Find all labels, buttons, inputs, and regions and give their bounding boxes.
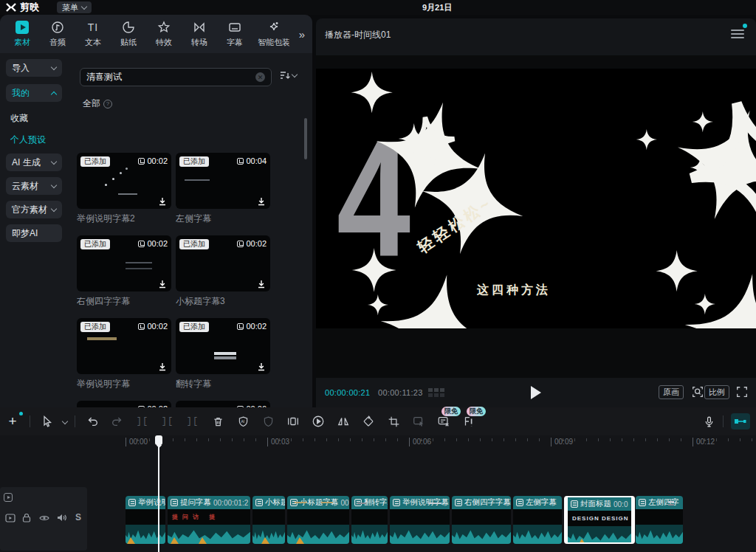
tab-effects[interactable]: 特效 <box>146 20 182 48</box>
sidebar-item-cloud-assets[interactable]: 云素材 <box>6 177 62 195</box>
redo-button[interactable] <box>109 413 126 429</box>
clear-search-icon[interactable]: ✕ <box>255 72 265 82</box>
play-button[interactable] <box>531 386 541 399</box>
tab-label: 素材 <box>14 37 30 48</box>
timeline-snapping-button[interactable] <box>731 413 750 429</box>
tab-sticker[interactable]: 贴纸 <box>111 20 146 48</box>
ai-mask-button[interactable]: AI <box>235 413 251 429</box>
video-zone: 4 轻轻松松~ 这四种方法 <box>316 55 756 378</box>
mask-button[interactable] <box>260 413 276 429</box>
record-voiceover-button[interactable] <box>701 413 717 429</box>
tab-captions[interactable]: 字幕 <box>217 20 252 48</box>
timeline-clip[interactable]: 举例说明字幕 <box>390 496 450 544</box>
sidebar-item-ai-generate[interactable]: AI 生成 <box>6 153 62 171</box>
asset-thumbnail[interactable]: 已添加 00:02 <box>176 318 270 374</box>
preview-play-button[interactable] <box>310 413 326 429</box>
added-badge: 已添加 <box>80 322 110 332</box>
smart-captions-button[interactable]: 限免 <box>436 413 452 429</box>
tab-smart-package[interactable]: 智能包装 <box>252 20 295 48</box>
download-icon[interactable] <box>158 280 167 289</box>
zoom-focus-icon[interactable] <box>691 385 704 399</box>
text-icon: TI <box>88 20 98 35</box>
asset-name: 小标题字幕3 <box>176 295 270 308</box>
ruler-ticks <box>126 438 756 441</box>
undo-button[interactable] <box>84 413 100 429</box>
timeline-clip[interactable]: 举例说明字幕 <box>126 496 165 544</box>
asset-name: 翻转字幕 <box>176 378 270 390</box>
video-preview[interactable]: 4 轻轻松松~ 这四种方法 <box>316 69 756 328</box>
added-badge: 已添加 <box>179 156 209 167</box>
fullscreen-icon[interactable] <box>735 385 749 399</box>
add-media-button[interactable]: + <box>4 413 21 429</box>
sidebar-item-mine[interactable]: 我的 <box>6 84 62 102</box>
asset-thumbnail[interactable]: 已添加 00:02 <box>176 235 270 291</box>
asset-duration: 00:02 <box>138 322 168 331</box>
chevron-down-icon <box>51 63 57 69</box>
library-content: ✕ 全部 ? 已添加 00:02 举例说明字幕2 已添加 00:04 左侧字幕 <box>68 53 312 407</box>
download-icon[interactable] <box>257 362 266 371</box>
timeline-clip[interactable]: 小标题字幕00:0 <box>287 496 349 544</box>
tab-audio[interactable]: 音频 <box>40 20 75 48</box>
asset-duration: 00:02 <box>138 239 168 248</box>
added-badge: 已添加 <box>80 239 110 249</box>
added-badge: 已添加 <box>80 156 110 167</box>
clip-waveform <box>287 525 349 544</box>
sticker-icon <box>122 20 135 35</box>
filter-all[interactable]: 全部 ? <box>83 97 112 110</box>
tab-text[interactable]: TI 文本 <box>75 20 111 48</box>
asset-thumbnail[interactable]: 已添加 00:04 <box>176 153 270 209</box>
expand-panel-button[interactable]: » <box>299 28 303 41</box>
freeze-frame-button[interactable] <box>285 413 301 429</box>
chevron-down-icon[interactable] <box>62 418 68 424</box>
search-box[interactable]: ✕ <box>80 68 272 86</box>
sidebar-item-jimeng-ai[interactable]: 即梦AI <box>6 224 62 242</box>
timeline-clip[interactable]: 翻转字幕 <box>351 496 388 544</box>
download-icon[interactable] <box>257 280 266 289</box>
help-icon: ? <box>103 100 112 108</box>
download-icon[interactable] <box>158 362 167 371</box>
split-left-button[interactable]: ][ <box>134 413 151 429</box>
timeline-clip[interactable]: 小标题字幕 <box>252 496 285 544</box>
sort-button[interactable] <box>279 69 297 81</box>
download-icon[interactable] <box>257 197 266 206</box>
sidebar-item-favorites[interactable]: 收藏 <box>10 112 28 125</box>
mirror-button[interactable] <box>335 413 351 429</box>
timeline-clip[interactable]: 右侧四字字幕 <box>452 496 511 544</box>
sidebar-item-personal-presets[interactable]: 个人预设 <box>10 134 46 146</box>
delete-button[interactable] <box>210 413 226 429</box>
asset-thumbnail[interactable]: 已添加 00:02 <box>77 153 171 209</box>
top-bar: 剪映 菜单 9月21日 <box>0 0 756 15</box>
scrollbar[interactable] <box>304 118 307 159</box>
select-cursor-button[interactable] <box>39 413 55 429</box>
transition-icon <box>193 20 206 35</box>
quality-button[interactable]: 原画 <box>659 385 684 399</box>
tab-label: 文本 <box>85 37 101 48</box>
search-input[interactable] <box>86 72 251 83</box>
crop-button[interactable] <box>385 413 402 429</box>
limited-free-badge: 限免 <box>441 407 461 416</box>
split-right-button[interactable]: ][ <box>185 413 201 429</box>
player-menu-button[interactable] <box>731 27 744 41</box>
asset-duration: 00:02 <box>237 322 267 331</box>
timeline-clip-selected[interactable]: 封面标题00:0 DESIGN DESIGN <box>564 496 635 544</box>
sidebar-item-import[interactable]: 导入 <box>6 59 62 77</box>
tab-transitions[interactable]: 转场 <box>182 20 217 48</box>
added-badge: 已添加 <box>179 239 209 249</box>
lyrics-recognition-button[interactable]: 限免 <box>461 413 477 429</box>
frame-view-icon[interactable] <box>428 388 444 397</box>
menu-button[interactable]: 菜单 <box>57 1 92 13</box>
rotate-button[interactable] <box>360 413 377 429</box>
ratio-button[interactable]: 比例 <box>704 385 729 399</box>
timeline-ruler[interactable]: 00:00 00:03 00:06 00:09 00:12 <box>0 435 756 450</box>
download-icon[interactable] <box>158 197 167 206</box>
timeline-clip[interactable]: 左侧四字 <box>636 496 683 544</box>
asset-thumbnail[interactable]: 已添加 00:02 <box>77 235 171 291</box>
tab-media[interactable]: 素材 <box>4 20 40 48</box>
timeline-clip[interactable]: 提问字幕00:00:01:2 提问访 提 <box>168 496 250 544</box>
asset-thumbnail[interactable]: 已添加 00:02 <box>77 318 171 374</box>
overlay-select-button[interactable] <box>410 413 427 429</box>
timeline-clip[interactable]: 左侧字幕 <box>513 496 562 544</box>
split-button[interactable]: ][ <box>159 413 176 429</box>
sidebar-item-official-assets[interactable]: 官方素材 <box>6 201 62 218</box>
asset-name: 左侧字幕 <box>176 213 270 225</box>
